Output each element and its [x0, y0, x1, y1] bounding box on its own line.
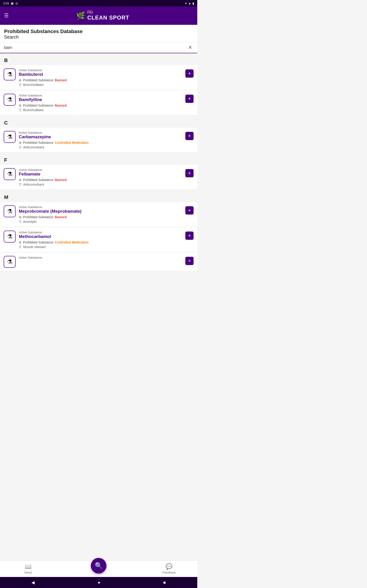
substance-card-partial: ⚗ Active Substance: +	[0, 253, 197, 271]
plus-icon-methocarbamol: +	[188, 233, 191, 238]
category-bamifylline: Bronchodilator	[23, 108, 44, 112]
active-label-meprobromate: Active Substance:	[19, 205, 185, 209]
add-button-carbamazepine[interactable]: +	[185, 132, 194, 140]
status-bar: 3:03 ▣ ◎ ▾ ▲ ▮	[0, 0, 197, 6]
status-badge-felbamate: Banned	[55, 178, 67, 182]
add-button-partial[interactable]: +	[185, 257, 194, 265]
prohibited-label-carbamazepine: Prohibited Substance	[23, 141, 53, 145]
prohibited-label-felbamate: Prohibited Substance	[23, 178, 53, 182]
wifi-icon: ▾	[185, 2, 187, 5]
active-label-partial: Active Substance:	[19, 256, 185, 259]
substance-card-carbamazepine: ⚗ Active Substance: Carbamazepine ⊘ Proh…	[0, 128, 197, 153]
category-icon-carbamazepine: 🗒	[19, 146, 22, 149]
prohibited-label-methocarbamol: Prohibited Substance	[23, 241, 53, 244]
active-label-methocarbamol: Active Substance:	[19, 231, 185, 234]
status-badge-bambuterol: Banned	[55, 78, 67, 82]
substance-card-felbamate: ⚗ Active Substance: Felbamate ⊘ Prohibit…	[0, 165, 197, 190]
plus-icon-partial: +	[188, 258, 191, 263]
status-icon-felbamate: ⊘	[19, 178, 22, 182]
flask-icon-methocarbamol: ⚗	[4, 231, 16, 242]
add-button-methocarbamol[interactable]: +	[185, 232, 194, 240]
page-title: Prohibited Substances Database	[4, 28, 193, 35]
flask-icon-meprobromate: ⚗	[4, 205, 16, 217]
flask-icon-bamifylline: ⚗	[4, 94, 16, 106]
prohibited-label-bamifylline: Prohibited Substance	[23, 104, 53, 107]
status-badge-carbamazepine: Controlled Medication	[55, 141, 89, 145]
search-bar-container: ✕	[0, 42, 197, 53]
substance-name-carbamazepine: Carbamazepine	[19, 134, 185, 139]
app-header: ☰ 🌿 FEI CLEAN SPORT	[0, 6, 197, 25]
sim-icon: ▣	[11, 2, 14, 5]
add-button-bambuterol[interactable]: +	[185, 69, 194, 78]
status-badge-bamifylline: Banned	[55, 104, 67, 107]
status-icon-bambuterol: ⊘	[19, 78, 22, 82]
plus-icon-bambuterol: +	[188, 71, 191, 76]
substance-name-meprobromate: Meprobromate (Meprobamate)	[19, 209, 185, 214]
status-icon-meprobromate: ⊘	[19, 215, 22, 219]
category-icon-felbamate: 🗒	[19, 183, 22, 186]
prohibited-label-bambuterol: Prohibited Substance	[23, 78, 53, 82]
signal-icon: ▲	[188, 2, 191, 5]
flask-icon-bambuterol: ⚗	[4, 69, 16, 80]
category-icon-methocarbamol: 🗒	[19, 245, 22, 249]
category-meprobromate: Anxiolytic	[23, 220, 37, 224]
app-name: CLEAN SPORT	[87, 15, 129, 21]
status-icon-carbamazepine: ⊘	[19, 141, 22, 145]
fei-label: FEI	[87, 10, 129, 15]
flask-icon-carbamazepine: ⚗	[4, 131, 16, 143]
substance-card-bambuterol: ⚗ Active Substance: Bambuterol ⊘ Prohibi…	[0, 65, 197, 90]
active-label-felbamate: Active Substance:	[19, 168, 185, 172]
prohibited-label-meprobromate: Prohibited Substance	[23, 215, 53, 219]
plus-icon-meprobromate: +	[188, 208, 191, 213]
add-button-bamifylline[interactable]: +	[185, 95, 194, 103]
app-logo: 🌿 FEI CLEAN SPORT	[76, 10, 129, 21]
substance-name-methocarbamol: Methocarbamol	[19, 234, 185, 239]
substance-name-bambuterol: Bambuterol	[19, 72, 185, 77]
category-carbamazepine: Anticonvulsant	[23, 145, 44, 149]
notification-icon: ◎	[15, 2, 18, 5]
search-input[interactable]	[4, 45, 187, 50]
category-bambuterol: Bronchodilator	[23, 83, 44, 86]
category-icon-meprobromate: 🗒	[19, 220, 22, 224]
active-label-bamifylline: Active Substance:	[19, 94, 185, 97]
plus-icon-felbamate: +	[188, 171, 191, 176]
status-badge-methocarbamol: Controlled Medication	[55, 241, 89, 244]
substance-name-bamifylline: Bamifylline	[19, 97, 185, 102]
flask-icon-felbamate: ⚗	[4, 168, 16, 180]
category-icon-bambuterol: 🗒	[19, 83, 22, 86]
active-label-carbamazepine: Active Substance:	[19, 131, 185, 134]
section-b-header: B	[0, 53, 197, 65]
category-icon-bamifylline: 🗒	[19, 108, 22, 112]
section-f-header: F	[0, 153, 197, 165]
section-c-header: C	[0, 116, 197, 128]
battery-icon: ▮	[192, 2, 194, 5]
substance-name-felbamate: Felbamate	[19, 172, 185, 177]
plus-icon-carbamazepine: +	[188, 133, 191, 138]
category-methocarbamol: Muscle relaxant	[23, 245, 46, 249]
status-icon-bamifylline: ⊘	[19, 104, 22, 107]
flask-icon-partial: ⚗	[4, 256, 16, 268]
plus-icon-bamifylline: +	[188, 96, 191, 101]
status-time: 3:03	[3, 2, 9, 5]
add-button-meprobromate[interactable]: +	[185, 206, 194, 215]
page-subtitle: Search	[4, 35, 193, 40]
logo-icon: 🌿	[76, 11, 85, 20]
substance-card-methocarbamol: ⚗ Active Substance: Methocarbamol ⊘ Proh…	[0, 227, 197, 252]
add-button-felbamate[interactable]: +	[185, 169, 194, 177]
search-clear-button[interactable]: ✕	[187, 44, 193, 51]
substance-card-meprobromate: ⚗ Active Substance: Meprobromate (Meprob…	[0, 202, 197, 227]
substance-card-bamifylline: ⚗ Active Substance: Bamifylline ⊘ Prohib…	[0, 90, 197, 115]
page-title-area: Prohibited Substances Database Search	[0, 25, 197, 42]
status-badge-meprobromate: Banned	[55, 215, 67, 219]
section-m-header: M	[0, 190, 197, 202]
active-label-bambuterol: Active Substance:	[19, 69, 185, 72]
content-area: B ⚗ Active Substance: Bambuterol ⊘ Prohi…	[0, 53, 197, 290]
category-felbamate: Anticonvulsant	[23, 183, 44, 186]
status-icon-methocarbamol: ⊘	[19, 241, 22, 244]
hamburger-menu[interactable]: ☰	[4, 13, 9, 19]
